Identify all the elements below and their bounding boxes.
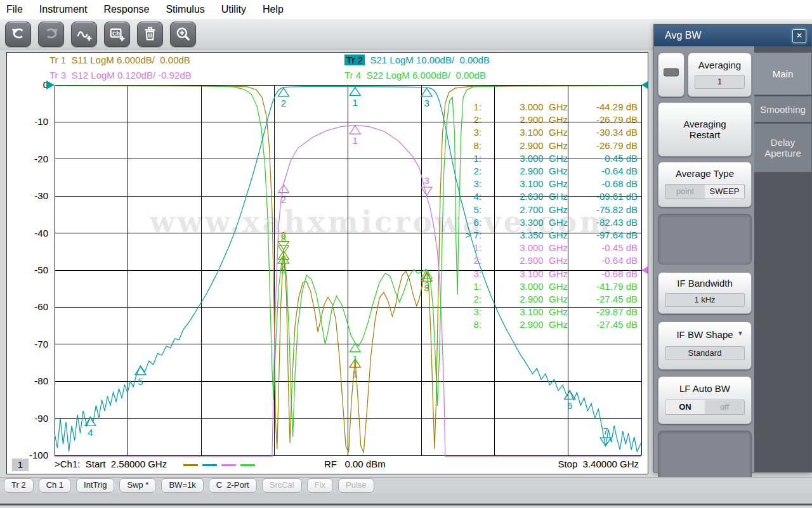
- menu-file[interactable]: File: [0, 4, 31, 15]
- marker-row: 2:2.900 GHz-26.79 dB: [451, 114, 638, 126]
- marker-cell: -0.68 dB: [568, 178, 638, 190]
- statusbar-pulse-button[interactable]: Pulse: [338, 478, 374, 493]
- trace-label-tr1[interactable]: Tr 1 S11 LogM 6.000dB/ 0.00dB: [49, 55, 190, 65]
- marker-cell: 2.630 GHz: [481, 190, 568, 203]
- lf-auto-bw-on-option[interactable]: ON: [665, 400, 705, 414]
- marker-s21-5[interactable]: [135, 367, 146, 375]
- marker-s21-3[interactable]: [421, 88, 432, 96]
- lf-auto-bw-off-option[interactable]: off: [705, 400, 744, 414]
- marker-row: > 7:3.350 GHz-97.64 dB: [451, 229, 638, 242]
- reference-level-arrow: [46, 81, 55, 89]
- average-type-point-option[interactable]: point: [665, 185, 705, 199]
- marker-s12-3[interactable]: [421, 187, 432, 195]
- averaging-button[interactable]: Averaging 1: [688, 53, 752, 97]
- marker-cell: 8:: [451, 318, 481, 331]
- averaging-toggle-button[interactable]: [658, 53, 684, 97]
- marker-cell: -27.45 dB: [568, 293, 638, 306]
- marker-cell: 1:: [451, 280, 481, 293]
- marker-cell: 3.100 GHz: [481, 306, 568, 318]
- marker-cell: 1:: [451, 242, 481, 254]
- trace-desc: S22 LogM 6.000dB/ 0.00dB: [361, 70, 486, 81]
- average-type-label: Average Type: [658, 168, 751, 179]
- statusbar-inttrig-button[interactable]: IntTrig: [76, 478, 114, 493]
- menu-instrument[interactable]: Instrument: [31, 4, 96, 15]
- marker-s21-1[interactable]: [350, 88, 360, 96]
- tab-main[interactable]: Main: [754, 53, 811, 95]
- marker-cell: 3.000 GHz: [481, 280, 568, 293]
- chevron-down-icon[interactable]: ▼: [737, 330, 743, 337]
- add-trace-icon[interactable]: [71, 22, 97, 47]
- marker-cell: 2.900 GHz: [481, 254, 568, 267]
- if-bandwidth-button[interactable]: IF Bandwidth 1 kHz: [658, 272, 752, 314]
- statusbar-ch-1-button[interactable]: Ch 1: [39, 478, 71, 493]
- marker-cell: 1:: [451, 152, 481, 165]
- marker-cell: 3.100 GHz: [481, 178, 568, 190]
- menu-utility[interactable]: Utility: [213, 4, 254, 15]
- statusbar-fix-button[interactable]: Fix: [307, 478, 333, 493]
- channel-status-line: 1 >Ch1: Start 2.58000 GHz RF 0.00 dBm St…: [7, 457, 648, 472]
- graph-panel[interactable]: 0-10-20-30-40-50-60-70-80-90-10012381234…: [6, 52, 648, 474]
- average-type-sweep-option[interactable]: SWEEP: [705, 185, 744, 199]
- marker-s12-1[interactable]: [350, 126, 360, 134]
- zoom-icon[interactable]: [170, 22, 196, 47]
- if-bandwidth-value[interactable]: 1 kHz: [665, 293, 745, 307]
- avg-bw-panel: Avg BW ✕ Averaging 1 Averaging Restart: [653, 24, 812, 472]
- statusbar-c-2-port-button[interactable]: C 2-Port: [209, 478, 257, 493]
- statusbar-swp--button[interactable]: Swp *: [119, 478, 156, 493]
- tab-delay-aperture[interactable]: Delay Aperture: [754, 124, 811, 173]
- delete-icon[interactable]: [137, 22, 163, 47]
- marker-cell: 3.300 GHz: [481, 216, 568, 229]
- close-icon[interactable]: ✕: [792, 29, 806, 43]
- marker-cell: 4:: [451, 190, 481, 203]
- if-bandwidth-label: IF Bandwidth: [658, 278, 751, 289]
- marker-cell: -0.68 dB: [568, 268, 638, 280]
- marker-row: 8:2.900 GHz-27.45 dB: [451, 318, 638, 331]
- statusbar-bw-1k-button[interactable]: BW=1k: [161, 478, 203, 493]
- empty-softkey-2: [658, 431, 752, 481]
- marker-cell: -0.45 dB: [568, 242, 638, 254]
- statusbar-srccal-button[interactable]: SrcCal: [262, 478, 302, 493]
- trace-dash: [221, 464, 236, 466]
- menu-help[interactable]: Help: [254, 4, 292, 15]
- marker-s21-6[interactable]: [565, 391, 575, 399]
- marker-cell: 2:: [451, 165, 481, 178]
- if-bw-shape-button[interactable]: IF BW Shape ▼ Standard: [658, 322, 752, 370]
- average-type-button[interactable]: Average Type point SWEEP: [658, 162, 752, 207]
- marker-label-s22-1: 1: [353, 353, 358, 364]
- trace-label-tr2[interactable]: Tr 2 S21 LogM 10.00dB/ 0.00dB: [344, 55, 490, 65]
- marker-cell: 2:: [451, 254, 481, 267]
- tab-smoothing[interactable]: Smoothing: [754, 96, 811, 122]
- marker-cell: 1:: [451, 101, 481, 114]
- y-axis-tick-label: -70: [34, 339, 48, 349]
- marker-cell: -0.45 dB: [568, 152, 638, 165]
- marker-cell: 3:: [451, 268, 481, 280]
- y-axis-tick-label: -50: [34, 264, 48, 275]
- panel-title-text: Avg BW: [665, 30, 702, 41]
- averaging-restart-button[interactable]: Averaging Restart: [658, 102, 752, 157]
- marker-label-s12-2: 2: [281, 194, 286, 205]
- channel-badge[interactable]: 1: [12, 459, 29, 471]
- redo-icon[interactable]: [38, 22, 64, 47]
- marker-cell: 3.100 GHz: [481, 126, 568, 139]
- statusbar-tr-2-button[interactable]: Tr 2: [4, 478, 34, 493]
- reference-level-arrow: [641, 266, 648, 275]
- trace-desc: S21 LogM 10.00dB/ 0.00dB: [365, 55, 490, 65]
- if-bw-shape-value[interactable]: Standard: [665, 346, 745, 360]
- marker-cell: > 7:: [451, 229, 481, 242]
- averaging-value[interactable]: 1: [695, 75, 745, 89]
- marker-cell: 8:: [451, 140, 481, 152]
- marker-cell: 2.900 GHz: [481, 140, 568, 152]
- trace-id: Tr 4: [344, 70, 361, 81]
- lf-auto-bw-button[interactable]: LF Auto BW ON off: [658, 376, 752, 424]
- undo-icon[interactable]: [5, 22, 31, 47]
- bottom-strip: [0, 493, 812, 505]
- add-channel-icon[interactable]: Ch: [104, 22, 130, 47]
- marker-cell: 3.350 GHz: [481, 229, 568, 242]
- menu-response[interactable]: Response: [95, 4, 157, 15]
- marker-s22-1[interactable]: [350, 344, 360, 352]
- menu-stimulus[interactable]: Stimulus: [157, 4, 213, 15]
- trace-label-tr4[interactable]: Tr 4 S22 LogM 6.000dB/ 0.00dB: [344, 70, 486, 81]
- marker-label-s21-2: 2: [281, 98, 286, 108]
- marker-cell: -0.64 dB: [568, 165, 638, 178]
- trace-label-tr3[interactable]: Tr 3 S12 LogM 0.120dB/ -0.92dB: [49, 70, 192, 81]
